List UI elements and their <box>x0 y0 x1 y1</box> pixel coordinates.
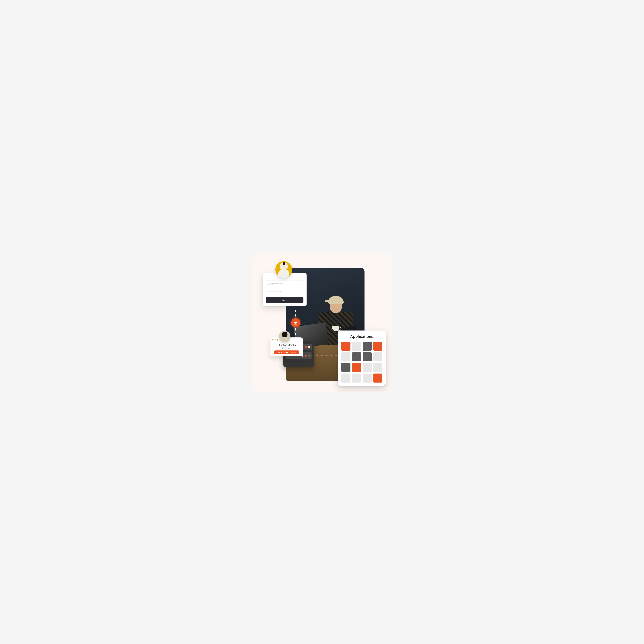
application-tile[interactable] <box>373 363 382 372</box>
connector-horizontal <box>311 355 341 355</box>
login-button[interactable]: Login <box>266 297 303 303</box>
marketing-illustration: Login Christina Morello Sr. Designer Log… <box>252 252 392 392</box>
maximize-icon[interactable] <box>277 339 278 341</box>
application-tile[interactable] <box>341 342 350 351</box>
user-name: Christina Morello <box>273 344 300 346</box>
avatar <box>275 261 292 278</box>
unlock-icon <box>291 318 300 327</box>
applications-grid <box>341 342 382 383</box>
password-field[interactable] <box>266 289 303 295</box>
status-dot-icon <box>305 355 307 357</box>
application-tile[interactable] <box>352 363 361 372</box>
application-tile[interactable] <box>352 374 361 383</box>
application-tile[interactable] <box>341 363 350 372</box>
coffee-cup-illustration <box>332 326 339 331</box>
status-dot-icon <box>308 346 310 348</box>
email-field[interactable] <box>266 281 303 287</box>
application-tile[interactable] <box>363 352 372 361</box>
applications-card: Applications <box>338 331 386 386</box>
application-tile[interactable] <box>352 352 361 361</box>
application-tile[interactable] <box>363 374 372 383</box>
application-tile[interactable] <box>373 342 382 351</box>
avatar <box>279 331 290 342</box>
login-card: Login <box>263 273 307 306</box>
status-dot-icon <box>305 346 307 348</box>
application-tile[interactable] <box>341 352 350 361</box>
close-icon[interactable] <box>272 339 274 341</box>
application-tile[interactable] <box>363 342 372 351</box>
sso-login-button[interactable]: Login with miniOrange SSO <box>274 350 299 354</box>
application-tile[interactable] <box>373 374 382 383</box>
minimize-icon[interactable] <box>274 339 276 341</box>
application-tile[interactable] <box>363 363 372 372</box>
application-tile[interactable] <box>352 342 361 351</box>
application-tile[interactable] <box>341 374 350 383</box>
applications-title: Applications <box>341 334 382 339</box>
user-role: Sr. Designer <box>273 347 300 349</box>
status-dot-icon <box>308 355 310 357</box>
window-controls <box>272 339 278 341</box>
application-tile[interactable] <box>373 352 382 361</box>
